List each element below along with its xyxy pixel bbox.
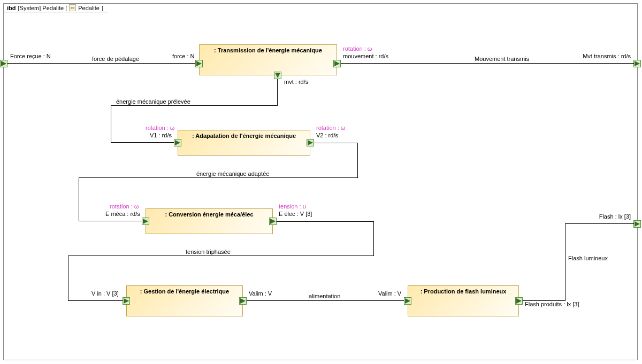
frame-port-flash-out-label: Flash : lx [3]	[599, 213, 631, 220]
port-conversion-right-label: E élec : V [3]	[279, 211, 312, 217]
port-production-right-label: Flash produits : lx [3]	[525, 301, 579, 307]
connector-flash-label: Flash lumineux	[568, 255, 608, 261]
port-conversion-left[interactable]	[142, 218, 149, 225]
block-transmission[interactable]: : Transmission de l'énergie mécanique	[199, 44, 337, 75]
connector-prelevee-label: énergie mécanique prélevée	[116, 98, 190, 105]
port-transmission-left[interactable]	[195, 60, 203, 67]
port-gestion-left[interactable]	[123, 297, 130, 305]
port-gestion-right[interactable]	[239, 297, 247, 305]
port-conversion-left-stereo: rotation : ω	[110, 203, 139, 210]
connector-flash-h2	[565, 223, 634, 224]
connector-adaptee-h2	[79, 177, 358, 178]
connector-adaptee-v1	[357, 143, 358, 178]
block-conversion-title: : Conversion énergie méca/élec	[149, 211, 269, 218]
port-adaptation-left-stereo: rotation : ω	[146, 125, 174, 131]
connector-prelevee-h2	[111, 142, 174, 143]
connector-triphase-label: tension triphasée	[186, 249, 231, 255]
frame-port-force-in[interactable]	[0, 60, 7, 67]
port-adaptation-right-stereo: rotation : ω	[316, 125, 345, 131]
connector-triphase-h1	[277, 221, 374, 222]
block-icon: ▭	[69, 4, 76, 11]
connector-triphase-v2	[68, 255, 68, 301]
connector-flash-v	[565, 223, 565, 301]
port-production-left[interactable]	[404, 297, 411, 305]
connector-alim-label: alimentation	[309, 293, 340, 299]
frame-tab: ibd [System] Pedalite [ ▭ Pedalite ]	[3, 3, 108, 12]
frame-port-flash-out[interactable]	[633, 220, 641, 228]
block-gestion-title: : Gestion de l'énergie électrique	[130, 288, 239, 295]
connector-force-label: force de pédalage	[92, 56, 139, 62]
connector-adaptee-h1	[314, 143, 358, 143]
block-adaptation-title: : Adapatation de l'énergie mécanique	[181, 133, 307, 139]
port-production-right[interactable]	[515, 297, 523, 305]
port-gestion-right-label: Valim : V	[249, 290, 272, 297]
block-gestion[interactable]: : Gestion de l'énergie électrique	[126, 285, 243, 316]
frame-context: [System] Pedalite [	[18, 5, 67, 11]
port-conversion-right-stereo: tension : u	[279, 203, 306, 210]
frame-port-force-in-label: Force reçue : N	[10, 53, 51, 59]
port-production-left-label: Valim : V	[378, 290, 401, 297]
block-adaptation[interactable]: : Adapatation de l'énergie mécanique	[178, 130, 310, 156]
port-conversion-right[interactable]	[269, 218, 277, 225]
frame-prefix: ibd	[7, 5, 16, 11]
connector-flash-h	[523, 300, 565, 301]
connector-mvt-label: Mouvement transmis	[475, 56, 529, 62]
port-adaptation-left-label: V1 : rd/s	[150, 132, 172, 138]
frame-port-mvt-out[interactable]	[633, 60, 641, 67]
block-conversion[interactable]: : Conversion énergie méca/élec	[146, 208, 273, 234]
port-gestion-left-label: V in : V [3]	[91, 290, 119, 297]
block-transmission-title: : Transmission de l'énergie mécanique	[203, 47, 333, 53]
port-transmission-bottom[interactable]	[274, 72, 281, 79]
connector-triphase-v1	[373, 221, 374, 256]
connector-triphase-h3	[68, 300, 123, 301]
frame-port-mvt-out-label: Mvt transmis : rd/s	[583, 53, 631, 59]
connector-force	[7, 63, 195, 64]
port-transmission-right-stereo: rotation : ω	[343, 45, 372, 52]
connector-prelevee-h	[111, 105, 278, 106]
connector-prelevee-v	[277, 79, 278, 106]
connector-prelevee-v2	[111, 105, 111, 143]
connector-triphase-h2	[68, 255, 374, 256]
block-production[interactable]: : Production de flash lumineux	[408, 285, 519, 316]
port-transmission-left-label: force : N	[172, 53, 195, 59]
frame-suffix: ]	[102, 5, 103, 11]
port-transmission-right-label: mouvement : rd/s	[343, 53, 388, 59]
frame-name: Pedalite	[78, 5, 100, 11]
port-transmission-right[interactable]	[333, 60, 341, 67]
connector-adaptee-label: énergie mécanique adaptée	[196, 171, 269, 177]
port-conversion-left-label: E méca : rd/s	[105, 211, 140, 217]
diagram-frame: ibd [System] Pedalite [ ▭ Pedalite ] For…	[3, 3, 638, 360]
connector-adaptee-v2	[79, 177, 79, 221]
port-adaptation-right[interactable]	[307, 139, 314, 146]
connector-alim	[247, 300, 404, 301]
connector-adaptee-h3	[79, 221, 142, 221]
port-transmission-bottom-label: mvt : rd/s	[284, 79, 308, 85]
connector-mvt	[341, 63, 634, 64]
port-adaptation-right-label: V2 : rd/s	[316, 132, 338, 138]
port-adaptation-left[interactable]	[174, 139, 181, 146]
block-production-title: : Production de flash lumineux	[411, 288, 515, 295]
